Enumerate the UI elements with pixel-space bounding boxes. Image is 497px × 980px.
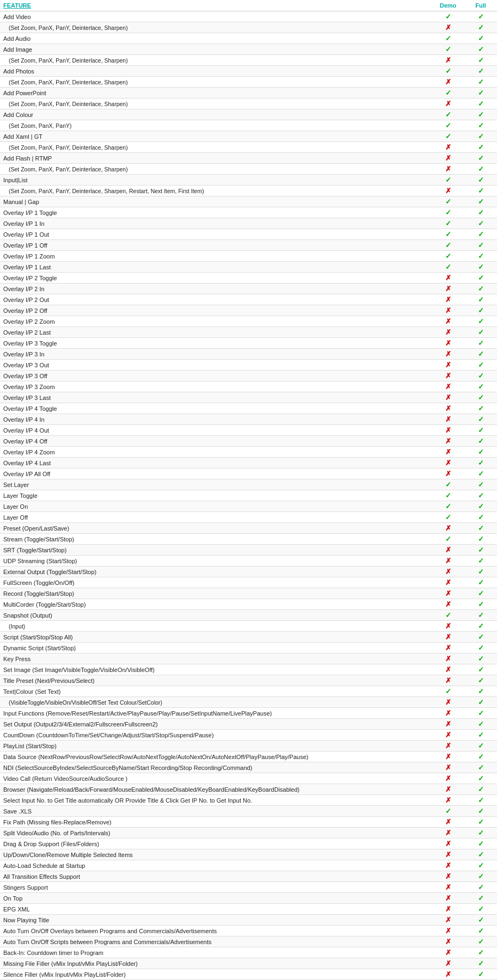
feature-cell: Overlay I/P 2 Off	[0, 305, 432, 316]
full-cell: ✓	[464, 871, 497, 882]
demo-cell: ✗	[432, 784, 464, 795]
demo-cell: ✓	[432, 88, 464, 98]
demo-cell: ✗	[432, 153, 464, 164]
full-cell: ✓	[464, 621, 497, 632]
table-row: Now Playing Title✗✓	[0, 915, 497, 926]
table-row: Auto Turn On/Off Scripts between Program…	[0, 936, 497, 947]
demo-cell: ✗	[432, 545, 464, 556]
feature-cell: Snapshot (Output)	[0, 610, 432, 621]
table-row: Layer Toggle✓✓	[0, 490, 497, 501]
table-row: Add Flash | RTMP✗✓	[0, 153, 497, 164]
table-row: Add Audio✓✓	[0, 33, 497, 44]
table-row: CountDown (CountdownToTime/Set/Change/Ad…	[0, 730, 497, 741]
feature-cell: Stingers Support	[0, 882, 432, 893]
table-row: (Set Zoom, PanX, PanY, Deinterlace, Shar…	[0, 77, 497, 88]
feature-cell: Overlay I/P 1 Off	[0, 240, 432, 251]
feature-cell: All Transition Effects Support	[0, 871, 432, 882]
feature-cell: Overlay I/P 2 Zoom	[0, 316, 432, 327]
demo-cell: ✓	[432, 120, 464, 131]
full-cell: ✓	[464, 251, 497, 262]
demo-cell: ✗	[432, 817, 464, 828]
table-row: (Set Zoom, PanX, PanY, Deinterlace, Shar…	[0, 186, 497, 196]
table-row: (Input)✗✓	[0, 621, 497, 632]
table-row: Browser (Navigate/Reload/Back/Forward/Mo…	[0, 784, 497, 795]
table-row: Overlay I/P 3 Last✗✓	[0, 392, 497, 403]
full-cell: ✓	[464, 229, 497, 240]
demo-cell: ✗	[432, 643, 464, 654]
demo-cell: ✗	[432, 294, 464, 305]
feature-cell: (VisibleToggle/VisibleOn/VisibleOff/Set …	[0, 697, 432, 708]
full-cell: ✓	[464, 632, 497, 643]
feature-cell: (Set Zoom, PanX, PanY, Deinterlace, Shar…	[0, 55, 432, 66]
demo-cell: ✗	[432, 360, 464, 371]
demo-cell: ✓	[432, 251, 464, 262]
feature-table: FEATURE Demo Full Add Video✓✓ (Set Zoom,…	[0, 0, 497, 980]
feature-cell: Script (Start/Stop/Stop All)	[0, 632, 432, 643]
feature-cell: EPG XML	[0, 904, 432, 915]
full-cell: ✓	[464, 98, 497, 109]
table-row: Set Output (Output2/3/4/External2/Fullsc…	[0, 719, 497, 730]
feature-cell: Overlay I/P 1 Last	[0, 262, 432, 273]
table-row: Overlay I/P 4 Toggle✗✓	[0, 403, 497, 414]
feature-cell: Auto Turn On/Off Overlays between Progra…	[0, 926, 432, 936]
full-cell: ✓	[464, 66, 497, 77]
feature-cell: Preset (Open/Last/Save)	[0, 523, 432, 534]
table-row: (VisibleToggle/VisibleOn/VisibleOff/Set …	[0, 697, 497, 708]
demo-cell: ✗	[432, 458, 464, 469]
demo-cell: ✗	[432, 392, 464, 403]
demo-column-header: Demo	[432, 0, 464, 11]
full-cell: ✓	[464, 186, 497, 196]
full-cell: ✓	[464, 11, 497, 22]
full-cell: ✓	[464, 545, 497, 556]
full-cell: ✓	[464, 327, 497, 338]
feature-cell: (Input)	[0, 621, 432, 632]
full-cell: ✓	[464, 131, 497, 142]
feature-cell: Overlay I/P 2 Toggle	[0, 273, 432, 283]
feature-cell: Overlay I/P 1 Zoom	[0, 251, 432, 262]
feature-cell: Split Video/Audio (No. of Parts/Interval…	[0, 828, 432, 839]
feature-cell: Silence Filler (vMix Input/vMix PlayList…	[0, 969, 432, 980]
full-cell: ✓	[464, 610, 497, 621]
full-cell: ✓	[464, 240, 497, 251]
feature-cell: (Set Zoom, PanX, PanY, Deinterlace, Shar…	[0, 98, 432, 109]
full-cell: ✓	[464, 904, 497, 915]
full-cell: ✓	[464, 490, 497, 501]
demo-cell: ✗	[432, 381, 464, 392]
feature-cell: (Set Zoom, PanX, PanY, Deinterlace, Shar…	[0, 186, 432, 196]
full-cell: ✓	[464, 469, 497, 479]
table-row: (Set Zoom, PanX, PanY)✓✓	[0, 120, 497, 131]
full-cell: ✓	[464, 262, 497, 273]
feature-cell: Add Xaml | GT	[0, 131, 432, 142]
demo-cell: ✗	[432, 773, 464, 784]
table-row: Video Call (Return VideoSource/AudioSour…	[0, 773, 497, 784]
full-cell: ✓	[464, 392, 497, 403]
demo-cell: ✓	[432, 512, 464, 523]
table-row: Record (Toggle/Start/Stop)✗✓	[0, 588, 497, 599]
full-cell: ✓	[464, 599, 497, 610]
table-row: Add Image✓✓	[0, 44, 497, 55]
full-cell: ✓	[464, 860, 497, 871]
full-cell: ✓	[464, 501, 497, 512]
demo-cell: ✗	[432, 947, 464, 958]
full-cell: ✓	[464, 893, 497, 904]
demo-cell: ✗	[432, 621, 464, 632]
full-cell: ✓	[464, 654, 497, 664]
table-row: Preset (Open/Last/Save)✗✓	[0, 523, 497, 534]
table-row: Set Layer✓✓	[0, 479, 497, 490]
full-cell: ✓	[464, 273, 497, 283]
demo-cell: ✗	[432, 186, 464, 196]
feature-cell: (Set Zoom, PanX, PanY, Deinterlace, Shar…	[0, 77, 432, 88]
table-row: (Set Zoom, PanX, PanY, Deinterlace, Shar…	[0, 22, 497, 33]
full-cell: ✓	[464, 436, 497, 447]
full-cell: ✓	[464, 55, 497, 66]
demo-cell: ✓	[432, 479, 464, 490]
demo-cell: ✗	[432, 469, 464, 479]
table-row: Text|Colour (Set Text)✓✓	[0, 686, 497, 697]
demo-cell: ✓	[432, 66, 464, 77]
demo-cell: ✗	[432, 969, 464, 980]
feature-cell: External Output (Toggle/Start/Stop)	[0, 566, 432, 577]
demo-cell: ✗	[432, 98, 464, 109]
feature-cell: Overlay I/P 2 Out	[0, 294, 432, 305]
full-cell: ✓	[464, 425, 497, 436]
table-row: Drag & Drop Support (Files/Folders)✗✓	[0, 839, 497, 849]
